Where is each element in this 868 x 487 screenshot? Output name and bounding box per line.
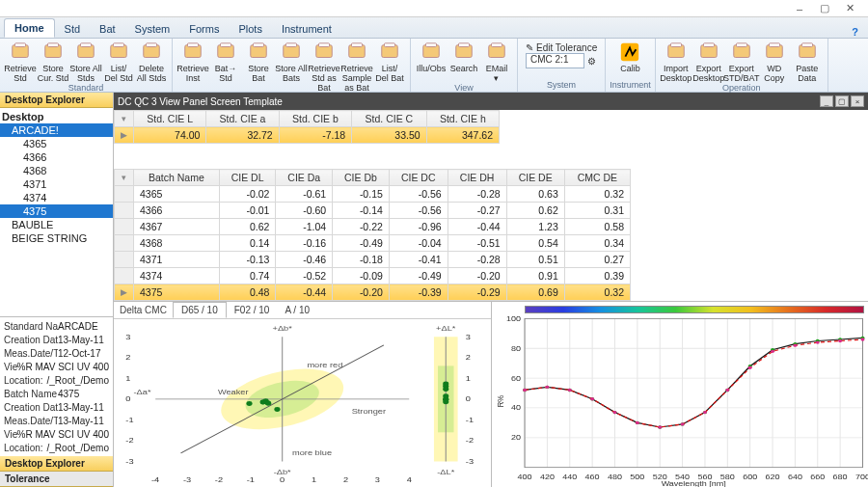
store-bat[interactable]: StoreBat [242, 41, 275, 93]
search[interactable]: Search [448, 41, 480, 83]
ribbon-tab-instrument[interactable]: Instrument [272, 20, 341, 38]
bat-col[interactable]: CIE Db [333, 170, 390, 186]
tree-node[interactable]: 4368 [0, 164, 113, 177]
bat-cell: -0.51 [448, 235, 506, 252]
bat-cell: 4365 [134, 186, 220, 203]
export-desktop[interactable]: ExportDesktop [692, 41, 725, 83]
bat-as-std[interactable]: Bat→Std [209, 41, 242, 93]
table-row[interactable]: 43740.74-0.52-0.09-0.49-0.200.910.39 [115, 268, 631, 284]
ribbon-tab-bat[interactable]: Bat [90, 20, 125, 38]
store-cur-std[interactable]: StoreCur. Std [37, 41, 69, 83]
tree-node[interactable]: 4374 [0, 191, 113, 204]
store-all-bats-label: Store AllBats [275, 64, 308, 83]
list-del-std[interactable]: List/Del Std [102, 41, 135, 83]
bat-cell: -0.39 [389, 284, 448, 301]
svg-text:3: 3 [125, 333, 131, 341]
tree-node[interactable]: 4375 [0, 204, 113, 218]
bat-col[interactable]: CIE DH [448, 170, 506, 186]
tree-node[interactable]: BEIGE STRING [0, 231, 113, 245]
svg-point-169 [860, 338, 864, 340]
panel-close[interactable]: × [851, 95, 864, 107]
help-icon[interactable]: ? [846, 26, 864, 38]
svg-text:2: 2 [125, 353, 131, 362]
table-row[interactable]: 4365-0.02-0.61-0.15-0.56-0.280.630.32 [115, 186, 631, 203]
prop-key: Location: [4, 375, 47, 386]
tree-node[interactable]: ARCADE! [0, 123, 113, 137]
svg-rect-32 [670, 43, 681, 47]
retrieve-inst[interactable]: RetrieveInst [176, 41, 209, 93]
edit-tolerance-link[interactable]: Edit Tolerance [536, 42, 597, 53]
list-del-bat[interactable]: List/Del Bat [373, 41, 406, 93]
store-all-stds-icon [75, 41, 96, 63]
table-row[interactable]: ▶43750.48-0.44-0.20-0.39-0.290.690.32 [115, 284, 631, 301]
store-all-stds-label: Store AllStds [69, 64, 102, 83]
panel-minimize[interactable]: _ [820, 95, 833, 107]
svg-point-71 [246, 401, 252, 406]
cmc-settings-icon[interactable]: ⚙ [587, 56, 596, 67]
retrieve-sample-as-bat[interactable]: RetrieveSample as Bat [340, 41, 373, 93]
svg-text:more red: more red [307, 361, 342, 369]
prop-val: 13-May-11 [58, 416, 104, 426]
bat-col[interactable]: CIE Da [276, 170, 333, 186]
ribbon-tab-plots[interactable]: Plots [229, 20, 271, 38]
store-all-stds[interactable]: Store AllStds [69, 41, 102, 83]
tree-node[interactable]: 4366 [0, 150, 113, 164]
wd-copy[interactable]: WDCopy [758, 41, 791, 83]
svg-text:more blue: more blue [292, 448, 332, 457]
prop-val: /_Root_/Demo [47, 375, 109, 386]
cmc-tab[interactable]: A / 10 [277, 303, 317, 317]
bat-col[interactable]: CIE DL [219, 170, 276, 186]
bat-cell: 0.69 [506, 284, 564, 301]
tree-node[interactable]: Desktop [0, 110, 113, 123]
illu-obs[interactable]: Illu/Obs [415, 41, 448, 83]
ribbon-tab-forms[interactable]: Forms [179, 20, 229, 38]
bat-cell: 0.91 [506, 268, 564, 284]
minimize-button[interactable]: – [787, 3, 812, 14]
batch-table[interactable]: ▾Batch NameCIE DLCIE DaCIE DbCIE DCCIE D… [114, 169, 631, 301]
store-cur-std-label: StoreCur. Std [38, 64, 69, 83]
svg-text:-2: -2 [466, 436, 475, 445]
email-icon [486, 41, 507, 63]
maximize-button[interactable]: ▢ [812, 2, 837, 14]
paste-data[interactable]: PasteData [791, 41, 824, 83]
explorer-tree[interactable]: DesktopARCADE!436543664368437143744375BA… [0, 108, 113, 316]
explorer-footer1[interactable]: Desktop Explorer [0, 456, 113, 472]
close-button[interactable]: ✕ [837, 2, 862, 14]
tree-node[interactable]: 4365 [0, 137, 113, 150]
bat-col[interactable]: CIE DC [389, 170, 448, 186]
explorer-footer2[interactable]: Tolerance [0, 472, 113, 487]
store-all-bats[interactable]: Store AllBats [275, 41, 308, 93]
cmc-tabs[interactable]: Delta CMCD65 / 10F02 / 10A / 10 [114, 302, 491, 319]
bat-cell: 0.62 [506, 203, 564, 219]
ribbon-tab-std[interactable]: Std [55, 20, 91, 38]
bat-cell: -0.29 [448, 284, 506, 301]
svg-point-85 [443, 399, 448, 404]
import-desktop[interactable]: ImportDesktop [660, 41, 692, 83]
svg-text:40: 40 [511, 403, 521, 412]
table-row[interactable]: 43670.62-1.04-0.22-0.96-0.441.230.58 [115, 219, 631, 235]
ribbon-tab-home[interactable]: Home [4, 18, 55, 38]
cmc-select[interactable]: CMC 2:1 [526, 53, 584, 68]
bat-as-std-label: Bat→Std [215, 64, 237, 83]
calib-button[interactable]: Calib [610, 41, 649, 73]
table-row[interactable]: 43680.14-0.16-0.49-0.04-0.510.540.34 [115, 235, 631, 252]
std-col: Std. CIE h [426, 111, 499, 127]
tree-node[interactable]: BAUBLE [0, 218, 113, 231]
email[interactable]: EMail▾ [480, 41, 513, 83]
tree-node[interactable]: 4371 [0, 177, 113, 191]
bat-cell: 0.32 [564, 186, 630, 203]
delete-all-stds[interactable]: DeleteAll Stds [135, 41, 168, 83]
ribbon-tab-system[interactable]: System [125, 20, 180, 38]
bat-col[interactable]: CIE DE [506, 170, 564, 186]
retrieve-std[interactable]: RetrieveStd [4, 41, 37, 83]
table-row[interactable]: 4366-0.01-0.60-0.14-0.56-0.270.620.31 [115, 203, 631, 219]
panel-maximize[interactable]: ▢ [835, 95, 849, 107]
retrieve-std-as-bat[interactable]: RetrieveStd as Bat [308, 41, 340, 93]
cmc-tab[interactable]: D65 / 10 [173, 302, 227, 318]
export-std-bat[interactable]: ExportSTD/BAT [725, 41, 758, 83]
bat-cell: -0.15 [333, 186, 390, 203]
cmc-tab[interactable]: F02 / 10 [227, 303, 278, 317]
bat-col[interactable]: Batch Name [134, 170, 220, 186]
table-row[interactable]: 4371-0.13-0.46-0.18-0.41-0.280.510.27 [115, 252, 631, 268]
bat-col[interactable]: CMC DE [564, 170, 630, 186]
